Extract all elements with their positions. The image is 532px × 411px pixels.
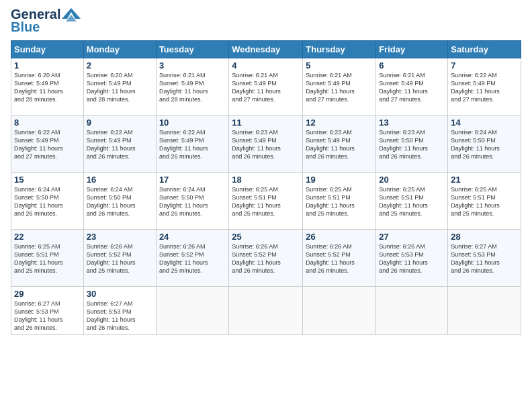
page: General Blue SundayMondayTuesdayWednesda… xyxy=(0,0,532,342)
cell-info: Sunrise: 6:22 AMSunset: 5:49 PMDaylight:… xyxy=(159,128,226,161)
calendar-cell: 7Sunrise: 6:22 AMSunset: 5:49 PMDaylight… xyxy=(448,58,521,116)
calendar-cell: 6Sunrise: 6:21 AMSunset: 5:49 PMDaylight… xyxy=(376,58,448,116)
col-header-wednesday: Wednesday xyxy=(229,41,303,58)
col-header-thursday: Thursday xyxy=(303,41,376,58)
col-header-tuesday: Tuesday xyxy=(156,41,228,58)
col-header-sunday: Sunday xyxy=(11,41,84,58)
day-number: 17 xyxy=(159,175,226,185)
day-number: 5 xyxy=(306,60,373,71)
cell-info: Sunrise: 6:23 AMSunset: 5:49 PMDaylight:… xyxy=(306,128,373,161)
calendar-cell: 11Sunrise: 6:23 AMSunset: 5:49 PMDayligh… xyxy=(229,116,303,173)
calendar-cell: 24Sunrise: 6:26 AMSunset: 5:52 PMDayligh… xyxy=(156,230,228,287)
day-number: 10 xyxy=(159,118,226,128)
cell-info: Sunrise: 6:21 AMSunset: 5:49 PMDaylight:… xyxy=(159,71,226,104)
day-number: 7 xyxy=(451,60,518,71)
calendar-body: 1Sunrise: 6:20 AMSunset: 5:49 PMDaylight… xyxy=(11,58,521,335)
logo: General Blue xyxy=(11,7,81,35)
calendar-cell: 14Sunrise: 6:24 AMSunset: 5:50 PMDayligh… xyxy=(448,116,521,173)
day-number: 25 xyxy=(232,232,300,242)
week-row-3: 15Sunrise: 6:24 AMSunset: 5:50 PMDayligh… xyxy=(11,173,521,230)
cell-info: Sunrise: 6:26 AMSunset: 5:52 PMDaylight:… xyxy=(232,242,300,275)
cell-info: Sunrise: 6:21 AMSunset: 5:49 PMDaylight:… xyxy=(306,71,373,104)
cell-info: Sunrise: 6:24 AMSunset: 5:50 PMDaylight:… xyxy=(87,185,153,218)
day-number: 23 xyxy=(87,232,153,242)
header: General Blue xyxy=(11,7,521,35)
cell-info: Sunrise: 6:21 AMSunset: 5:49 PMDaylight:… xyxy=(232,71,300,104)
cell-info: Sunrise: 6:23 AMSunset: 5:49 PMDaylight:… xyxy=(232,128,300,161)
day-number: 14 xyxy=(451,118,518,128)
week-row-1: 1Sunrise: 6:20 AMSunset: 5:49 PMDaylight… xyxy=(11,58,521,116)
calendar-cell xyxy=(229,287,303,335)
calendar-cell: 12Sunrise: 6:23 AMSunset: 5:49 PMDayligh… xyxy=(303,116,376,173)
calendar-cell: 29Sunrise: 6:27 AMSunset: 5:53 PMDayligh… xyxy=(11,287,84,335)
week-row-4: 22Sunrise: 6:25 AMSunset: 5:51 PMDayligh… xyxy=(11,230,521,287)
calendar-cell xyxy=(376,287,448,335)
cell-info: Sunrise: 6:27 AMSunset: 5:53 PMDaylight:… xyxy=(451,242,518,275)
cell-info: Sunrise: 6:22 AMSunset: 5:49 PMDaylight:… xyxy=(14,128,81,161)
cell-info: Sunrise: 6:21 AMSunset: 5:49 PMDaylight:… xyxy=(379,71,445,104)
calendar-cell xyxy=(303,287,376,335)
calendar-cell: 30Sunrise: 6:27 AMSunset: 5:53 PMDayligh… xyxy=(83,287,156,335)
cell-info: Sunrise: 6:23 AMSunset: 5:50 PMDaylight:… xyxy=(379,128,445,161)
day-number: 3 xyxy=(159,60,226,71)
calendar-cell: 3Sunrise: 6:21 AMSunset: 5:49 PMDaylight… xyxy=(156,58,228,116)
calendar-cell: 23Sunrise: 6:26 AMSunset: 5:52 PMDayligh… xyxy=(83,230,156,287)
day-number: 20 xyxy=(379,175,445,185)
day-number: 18 xyxy=(232,175,300,185)
calendar-cell: 16Sunrise: 6:24 AMSunset: 5:50 PMDayligh… xyxy=(83,173,156,230)
logo-icon xyxy=(62,7,81,21)
cell-info: Sunrise: 6:24 AMSunset: 5:50 PMDaylight:… xyxy=(451,128,518,161)
col-header-saturday: Saturday xyxy=(448,41,521,58)
day-number: 11 xyxy=(232,118,300,128)
cell-info: Sunrise: 6:27 AMSunset: 5:53 PMDaylight:… xyxy=(14,300,81,332)
day-number: 26 xyxy=(306,232,373,242)
calendar-cell: 27Sunrise: 6:26 AMSunset: 5:53 PMDayligh… xyxy=(376,230,448,287)
day-number: 28 xyxy=(451,232,518,242)
day-number: 30 xyxy=(87,289,153,299)
day-number: 15 xyxy=(14,175,81,185)
header-row: SundayMondayTuesdayWednesdayThursdayFrid… xyxy=(11,41,521,58)
cell-info: Sunrise: 6:25 AMSunset: 5:51 PMDaylight:… xyxy=(14,242,81,275)
calendar-cell: 9Sunrise: 6:22 AMSunset: 5:49 PMDaylight… xyxy=(83,116,156,173)
calendar-cell: 4Sunrise: 6:21 AMSunset: 5:49 PMDaylight… xyxy=(229,58,303,116)
day-number: 8 xyxy=(14,118,81,128)
cell-info: Sunrise: 6:22 AMSunset: 5:49 PMDaylight:… xyxy=(451,71,518,104)
calendar-cell: 17Sunrise: 6:24 AMSunset: 5:50 PMDayligh… xyxy=(156,173,228,230)
calendar-cell xyxy=(448,287,521,335)
calendar-cell: 5Sunrise: 6:21 AMSunset: 5:49 PMDaylight… xyxy=(303,58,376,116)
calendar-cell: 19Sunrise: 6:25 AMSunset: 5:51 PMDayligh… xyxy=(303,173,376,230)
day-number: 27 xyxy=(379,232,445,242)
week-row-2: 8Sunrise: 6:22 AMSunset: 5:49 PMDaylight… xyxy=(11,116,521,173)
calendar-cell: 15Sunrise: 6:24 AMSunset: 5:50 PMDayligh… xyxy=(11,173,84,230)
day-number: 19 xyxy=(306,175,373,185)
calendar-cell: 26Sunrise: 6:26 AMSunset: 5:52 PMDayligh… xyxy=(303,230,376,287)
calendar-table: SundayMondayTuesdayWednesdayThursdayFrid… xyxy=(11,40,521,335)
cell-info: Sunrise: 6:26 AMSunset: 5:53 PMDaylight:… xyxy=(379,242,445,275)
col-header-monday: Monday xyxy=(83,41,156,58)
week-row-5: 29Sunrise: 6:27 AMSunset: 5:53 PMDayligh… xyxy=(11,287,521,335)
day-number: 24 xyxy=(159,232,226,242)
calendar-cell: 2Sunrise: 6:20 AMSunset: 5:49 PMDaylight… xyxy=(83,58,156,116)
day-number: 16 xyxy=(87,175,153,185)
day-number: 9 xyxy=(87,118,153,128)
calendar-cell: 20Sunrise: 6:25 AMSunset: 5:51 PMDayligh… xyxy=(376,173,448,230)
day-number: 1 xyxy=(14,60,81,71)
calendar-cell: 21Sunrise: 6:25 AMSunset: 5:51 PMDayligh… xyxy=(448,173,521,230)
day-number: 21 xyxy=(451,175,518,185)
day-number: 22 xyxy=(14,232,81,242)
calendar-cell: 28Sunrise: 6:27 AMSunset: 5:53 PMDayligh… xyxy=(448,230,521,287)
calendar-cell: 18Sunrise: 6:25 AMSunset: 5:51 PMDayligh… xyxy=(229,173,303,230)
day-number: 6 xyxy=(379,60,445,71)
day-number: 29 xyxy=(14,289,81,299)
cell-info: Sunrise: 6:26 AMSunset: 5:52 PMDaylight:… xyxy=(87,242,153,275)
day-number: 12 xyxy=(306,118,373,128)
cell-info: Sunrise: 6:24 AMSunset: 5:50 PMDaylight:… xyxy=(159,185,226,218)
cell-info: Sunrise: 6:26 AMSunset: 5:52 PMDaylight:… xyxy=(159,242,226,275)
col-header-friday: Friday xyxy=(376,41,448,58)
calendar-cell xyxy=(156,287,228,335)
calendar-cell: 8Sunrise: 6:22 AMSunset: 5:49 PMDaylight… xyxy=(11,116,84,173)
calendar-cell: 10Sunrise: 6:22 AMSunset: 5:49 PMDayligh… xyxy=(156,116,228,173)
day-number: 4 xyxy=(232,60,300,71)
cell-info: Sunrise: 6:25 AMSunset: 5:51 PMDaylight:… xyxy=(379,185,445,218)
cell-info: Sunrise: 6:25 AMSunset: 5:51 PMDaylight:… xyxy=(232,185,300,218)
